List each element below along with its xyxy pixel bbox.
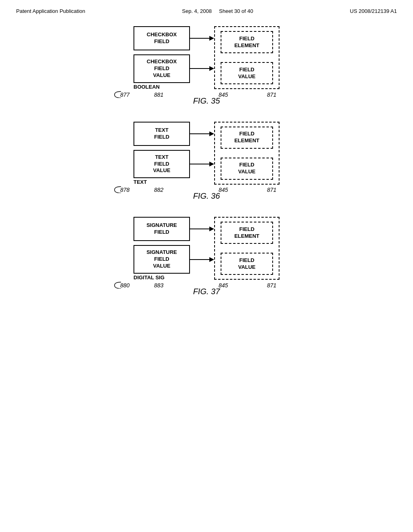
fig35-num-881: 881	[154, 91, 163, 98]
header-patent-num: US 2008/212139 A1	[350, 8, 397, 14]
fig36-top-arrow	[190, 128, 214, 140]
page-header: Patent Application Publication Sep. 4, 2…	[16, 8, 397, 14]
fig35-num-871: 871	[267, 91, 276, 98]
svg-marker-7	[209, 162, 214, 166]
fig37-num-871: 871	[267, 282, 276, 289]
fig37-num-880: 880	[120, 282, 129, 289]
page: Patent Application Publication Sep. 4, 2…	[0, 0, 413, 532]
fig35-dashed-outer: FIELDELEMENT FIELDVALUE	[214, 26, 280, 89]
header-publication: Patent Application Publication	[16, 8, 85, 14]
fig35-top-right-box: FIELDELEMENT	[221, 31, 273, 53]
fig35-num-877: 877	[120, 91, 129, 98]
fig35-sub-label: BOOLEAN	[133, 84, 214, 90]
fig35-caption: FIG. 35	[193, 96, 220, 106]
svg-marker-5	[209, 131, 214, 136]
fig37-top-arrow	[190, 223, 214, 235]
fig36-sub-label: TEXT	[133, 179, 214, 185]
fig36-dashed-outer: FIELDELEMENT FIELDVALUE	[214, 122, 280, 185]
fig36-num-845: 845	[219, 187, 228, 193]
figures-container: CHECKBOXFIELD CHECKBOXFIE	[16, 26, 397, 296]
fig37-bottom-arrow	[190, 254, 214, 266]
fig36-top-left-box: TEXTFIELD	[133, 122, 190, 146]
svg-marker-1	[209, 36, 214, 41]
fig37-top-left-box: SIGNATUREFIELD	[133, 217, 190, 241]
fig37-dashed-outer: FIELDELEMENT FIELDVALUE	[214, 217, 280, 280]
figure-36: TEXTFIELD TEXTFIELDVALUE	[110, 122, 303, 201]
figure-37: SIGNATUREFIELD SIGNATUREFIELDVALUE	[110, 217, 303, 296]
fig37-num-883: 883	[154, 282, 163, 289]
fig36-bottom-arrow	[190, 158, 214, 170]
fig35-top-arrow	[190, 32, 214, 44]
fig36-bottom-left-box: TEXTFIELDVALUE	[133, 150, 190, 179]
header-date: Sep. 4, 2008	[182, 8, 212, 14]
fig35-bottom-right-box: FIELDVALUE	[221, 62, 273, 84]
fig37-bottom-right-box: FIELDVALUE	[221, 253, 273, 275]
fig36-num-882: 882	[154, 187, 163, 193]
fig37-caption: FIG. 37	[193, 287, 220, 296]
fig37-sub-label: DIGITAL SIG	[133, 274, 214, 281]
fig37-bottom-left-box: SIGNATUREFIELDVALUE	[133, 245, 190, 274]
svg-marker-11	[209, 257, 214, 262]
svg-marker-3	[209, 66, 214, 71]
fig36-num-878: 878	[120, 187, 129, 193]
fig35-num-845: 845	[219, 91, 228, 98]
fig37-num-845: 845	[219, 282, 228, 289]
figure-35: CHECKBOXFIELD CHECKBOXFIE	[110, 26, 303, 106]
header-sheet: Sheet 30 of 40	[219, 8, 253, 14]
fig35-bottom-left-box: CHECKBOXFIELDVALUE	[133, 54, 190, 83]
fig35-bottom-arrow	[190, 62, 214, 75]
fig36-bottom-right-box: FIELDVALUE	[221, 158, 273, 180]
header-meta: Sep. 4, 2008 Sheet 30 of 40	[182, 8, 253, 14]
fig36-top-right-box: FIELDELEMENT	[221, 127, 273, 149]
fig36-caption: FIG. 36	[193, 191, 220, 201]
fig35-top-left-box: CHECKBOXFIELD	[133, 26, 190, 50]
svg-marker-9	[209, 227, 214, 231]
fig37-top-right-box: FIELDELEMENT	[221, 222, 273, 244]
fig36-num-871: 871	[267, 187, 276, 193]
